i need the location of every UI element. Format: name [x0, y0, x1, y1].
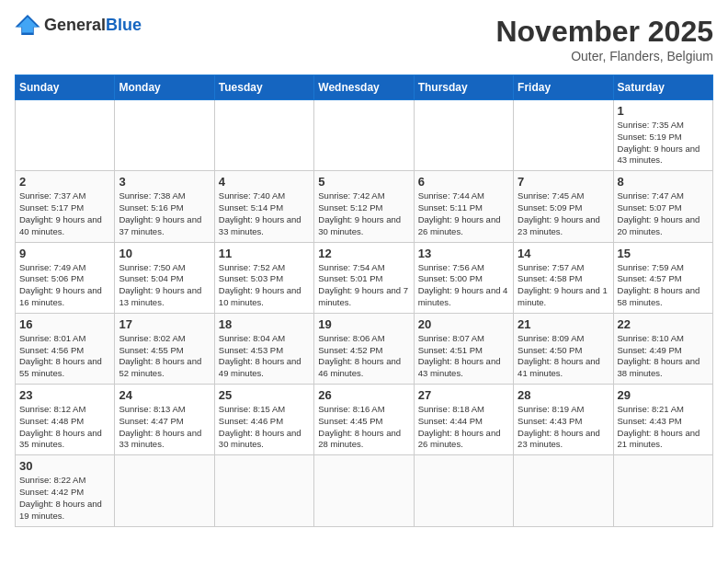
- weekday-header-saturday: Saturday: [613, 75, 712, 100]
- day-number: 30: [19, 459, 110, 473]
- calendar-cell: 14Sunrise: 7:57 AM Sunset: 4:58 PM Dayli…: [514, 242, 613, 313]
- day-number: 22: [618, 317, 709, 331]
- weekday-header-monday: Monday: [115, 75, 214, 100]
- calendar-cell: [214, 100, 313, 171]
- day-number: 29: [618, 388, 709, 402]
- day-number: 12: [318, 247, 409, 260]
- weekday-header-row: SundayMondayTuesdayWednesdayThursdayFrid…: [16, 75, 713, 100]
- day-number: 6: [418, 175, 509, 189]
- day-number: 13: [418, 247, 509, 260]
- calendar-cell: 16Sunrise: 8:01 AM Sunset: 4:56 PM Dayli…: [16, 313, 115, 384]
- calendar-cell: 13Sunrise: 7:56 AM Sunset: 5:00 PM Dayli…: [414, 242, 513, 313]
- day-info: Sunrise: 8:18 AM Sunset: 4:44 PM Dayligh…: [418, 404, 509, 451]
- weekday-header-thursday: Thursday: [414, 75, 513, 100]
- logo-text-general: General: [44, 16, 106, 34]
- day-info: Sunrise: 7:52 AM Sunset: 5:03 PM Dayligh…: [219, 262, 310, 309]
- day-number: 7: [518, 175, 609, 189]
- day-info: Sunrise: 8:13 AM Sunset: 4:47 PM Dayligh…: [119, 404, 210, 451]
- calendar-cell: 17Sunrise: 8:02 AM Sunset: 4:55 PM Dayli…: [115, 313, 214, 384]
- calendar-cell: 15Sunrise: 7:59 AM Sunset: 4:57 PM Dayli…: [613, 242, 712, 313]
- calendar-cell: 3Sunrise: 7:38 AM Sunset: 5:16 PM Daylig…: [115, 171, 214, 242]
- day-info: Sunrise: 7:50 AM Sunset: 5:04 PM Dayligh…: [119, 262, 210, 309]
- day-info: Sunrise: 8:10 AM Sunset: 4:49 PM Dayligh…: [618, 333, 709, 380]
- day-info: Sunrise: 8:06 AM Sunset: 4:52 PM Dayligh…: [318, 333, 409, 380]
- day-number: 1: [618, 104, 709, 118]
- calendar-cell: 6Sunrise: 7:44 AM Sunset: 5:11 PM Daylig…: [414, 171, 513, 242]
- calendar-cell: 5Sunrise: 7:42 AM Sunset: 5:12 PM Daylig…: [314, 171, 414, 242]
- logo: GeneralBlue: [15, 15, 142, 35]
- day-info: Sunrise: 8:19 AM Sunset: 4:43 PM Dayligh…: [518, 404, 609, 451]
- day-number: 21: [518, 317, 609, 331]
- calendar-cell: 7Sunrise: 7:45 AM Sunset: 5:09 PM Daylig…: [514, 171, 613, 242]
- day-number: 15: [618, 247, 709, 260]
- calendar-cell: 22Sunrise: 8:10 AM Sunset: 4:49 PM Dayli…: [613, 313, 712, 384]
- svg-marker-1: [17, 17, 38, 33]
- day-info: Sunrise: 7:57 AM Sunset: 4:58 PM Dayligh…: [518, 262, 609, 309]
- month-title: November 2025: [495, 15, 713, 49]
- calendar-cell: 27Sunrise: 8:18 AM Sunset: 4:44 PM Dayli…: [414, 385, 513, 455]
- calendar-cell: [115, 100, 214, 171]
- calendar-cell: [514, 100, 613, 171]
- calendar-cell: [613, 455, 712, 526]
- day-info: Sunrise: 7:38 AM Sunset: 5:16 PM Dayligh…: [119, 190, 210, 237]
- calendar-cell: [414, 100, 513, 171]
- logo-icon: [15, 15, 40, 35]
- weekday-header-sunday: Sunday: [16, 75, 115, 100]
- calendar-week-row: 1Sunrise: 7:35 AM Sunset: 5:19 PM Daylig…: [16, 100, 713, 171]
- day-number: 25: [219, 388, 310, 402]
- day-info: Sunrise: 8:12 AM Sunset: 4:48 PM Dayligh…: [19, 404, 110, 451]
- day-number: 18: [219, 317, 310, 331]
- location-title: Outer, Flanders, Belgium: [495, 49, 713, 63]
- calendar-cell: 24Sunrise: 8:13 AM Sunset: 4:47 PM Dayli…: [115, 385, 214, 455]
- day-info: Sunrise: 8:04 AM Sunset: 4:53 PM Dayligh…: [219, 333, 310, 380]
- day-number: 26: [318, 388, 409, 402]
- day-info: Sunrise: 8:22 AM Sunset: 4:42 PM Dayligh…: [19, 475, 110, 522]
- calendar-cell: [16, 100, 115, 171]
- day-info: Sunrise: 7:59 AM Sunset: 4:57 PM Dayligh…: [618, 262, 709, 309]
- calendar-cell: [214, 455, 313, 526]
- calendar-cell: 26Sunrise: 8:16 AM Sunset: 4:45 PM Dayli…: [314, 385, 414, 455]
- calendar-cell: 12Sunrise: 7:54 AM Sunset: 5:01 PM Dayli…: [314, 242, 414, 313]
- day-number: 19: [318, 317, 409, 331]
- day-number: 8: [618, 175, 709, 189]
- day-number: 27: [418, 388, 509, 402]
- day-info: Sunrise: 8:09 AM Sunset: 4:50 PM Dayligh…: [518, 333, 609, 380]
- calendar-week-row: 30Sunrise: 8:22 AM Sunset: 4:42 PM Dayli…: [16, 455, 713, 526]
- calendar-cell: 4Sunrise: 7:40 AM Sunset: 5:14 PM Daylig…: [214, 171, 313, 242]
- day-number: 28: [518, 388, 609, 402]
- calendar-cell: 20Sunrise: 8:07 AM Sunset: 4:51 PM Dayli…: [414, 313, 513, 384]
- day-number: 23: [19, 388, 110, 402]
- calendar-week-row: 9Sunrise: 7:49 AM Sunset: 5:06 PM Daylig…: [16, 242, 713, 313]
- calendar-table: SundayMondayTuesdayWednesdayThursdayFrid…: [15, 75, 713, 527]
- calendar-cell: 8Sunrise: 7:47 AM Sunset: 5:07 PM Daylig…: [613, 171, 712, 242]
- day-number: 3: [119, 175, 210, 189]
- day-info: Sunrise: 8:16 AM Sunset: 4:45 PM Dayligh…: [318, 404, 409, 451]
- day-number: 9: [19, 247, 110, 260]
- day-info: Sunrise: 7:47 AM Sunset: 5:07 PM Dayligh…: [618, 190, 709, 237]
- calendar-week-row: 2Sunrise: 7:37 AM Sunset: 5:17 PM Daylig…: [16, 171, 713, 242]
- calendar-cell: 23Sunrise: 8:12 AM Sunset: 4:48 PM Dayli…: [16, 385, 115, 455]
- day-info: Sunrise: 7:35 AM Sunset: 5:19 PM Dayligh…: [618, 120, 709, 167]
- calendar-cell: 2Sunrise: 7:37 AM Sunset: 5:17 PM Daylig…: [16, 171, 115, 242]
- day-number: 17: [119, 317, 210, 331]
- calendar-week-row: 23Sunrise: 8:12 AM Sunset: 4:48 PM Dayli…: [16, 385, 713, 455]
- day-info: Sunrise: 8:02 AM Sunset: 4:55 PM Dayligh…: [119, 333, 210, 380]
- day-number: 14: [518, 247, 609, 260]
- weekday-header-wednesday: Wednesday: [314, 75, 414, 100]
- day-number: 11: [219, 247, 310, 260]
- day-info: Sunrise: 7:42 AM Sunset: 5:12 PM Dayligh…: [318, 190, 409, 237]
- calendar-cell: 18Sunrise: 8:04 AM Sunset: 4:53 PM Dayli…: [214, 313, 313, 384]
- day-info: Sunrise: 7:37 AM Sunset: 5:17 PM Dayligh…: [19, 190, 110, 237]
- day-number: 10: [119, 247, 210, 260]
- day-info: Sunrise: 7:54 AM Sunset: 5:01 PM Dayligh…: [318, 262, 409, 309]
- calendar-cell: 29Sunrise: 8:21 AM Sunset: 4:43 PM Dayli…: [613, 385, 712, 455]
- day-number: 5: [318, 175, 409, 189]
- day-info: Sunrise: 8:01 AM Sunset: 4:56 PM Dayligh…: [19, 333, 110, 380]
- day-info: Sunrise: 7:45 AM Sunset: 5:09 PM Dayligh…: [518, 190, 609, 237]
- calendar-cell: 10Sunrise: 7:50 AM Sunset: 5:04 PM Dayli…: [115, 242, 214, 313]
- day-number: 20: [418, 317, 509, 331]
- day-info: Sunrise: 8:21 AM Sunset: 4:43 PM Dayligh…: [618, 404, 709, 451]
- day-info: Sunrise: 7:56 AM Sunset: 5:00 PM Dayligh…: [418, 262, 509, 309]
- weekday-header-tuesday: Tuesday: [214, 75, 313, 100]
- weekday-header-friday: Friday: [514, 75, 613, 100]
